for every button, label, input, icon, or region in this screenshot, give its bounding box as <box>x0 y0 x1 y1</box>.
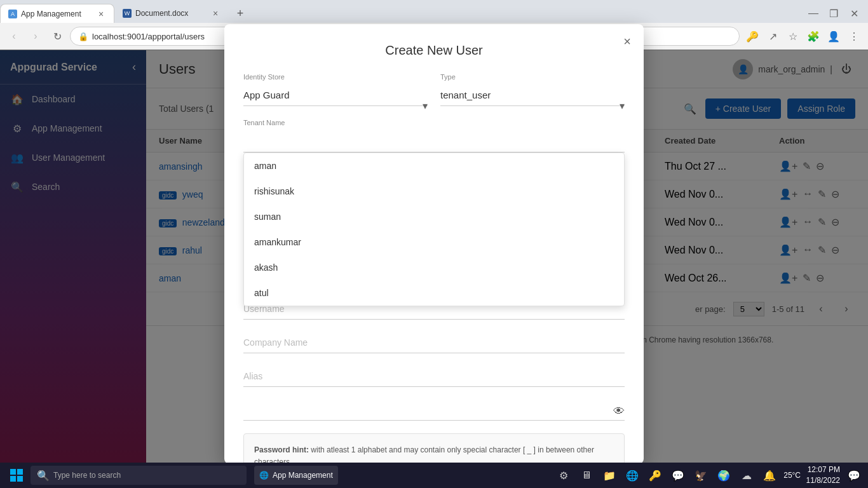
close-button[interactable]: ✕ <box>845 4 863 22</box>
create-user-modal: × Create New User Identity Store App Gua… <box>224 24 644 463</box>
profile-icon[interactable]: 👤 <box>825 27 843 45</box>
new-tab-button[interactable]: + <box>231 4 249 22</box>
minimize-button[interactable]: — <box>804 4 822 22</box>
form-fields-below: 👁 <box>243 299 625 421</box>
taskbar: 🔍 Type here to search 🌐 App Management ⚙… <box>0 463 868 488</box>
key-icon[interactable]: 🔑 <box>743 27 761 45</box>
svg-rect-2 <box>10 476 16 482</box>
taskbar-icon-9[interactable]: ☁ <box>738 466 756 484</box>
notification-icon[interactable]: 💬 <box>845 466 863 484</box>
identity-store-group: Identity Store App Guard ▾ <box>243 73 428 106</box>
taskbar-app-item[interactable]: 🌐 App Management <box>254 466 338 485</box>
taskbar-system-icons: ⚙ 🖥 📁 🌐 🔑 💬 🦅 🌍 ☁ 🔔 25°C 12:07 PM 11/8/2… <box>555 464 863 486</box>
modal-close-button[interactable]: × <box>623 34 631 49</box>
identity-store-select[interactable]: App Guard <box>243 85 428 106</box>
tenant-name-input[interactable] <box>243 132 625 152</box>
taskbar-icon-10[interactable]: 🔔 <box>761 466 778 484</box>
refresh-button[interactable]: ↻ <box>48 27 66 45</box>
star-icon[interactable]: ☆ <box>784 27 802 45</box>
tab-favicon-1: A <box>8 10 17 18</box>
active-tab[interactable]: A App Management × <box>0 4 114 23</box>
taskbar-app-label: App Management <box>273 471 333 480</box>
type-select[interactable]: tenant_user <box>440 85 625 106</box>
alias-input[interactable] <box>243 366 625 387</box>
taskbar-icon-7[interactable]: 🦅 <box>692 466 710 484</box>
taskbar-search-text: Type here to search <box>53 471 121 480</box>
settings-icon[interactable]: ⋮ <box>845 27 863 45</box>
type-label: Type <box>440 73 625 81</box>
tab-close-2[interactable]: × <box>210 8 220 18</box>
taskbar-icon-2[interactable]: 🖥 <box>578 466 595 484</box>
browser-tabs: A App Management × W Document.docx × + —… <box>0 0 868 23</box>
password-hint-label: Password hint: <box>254 445 309 454</box>
alias-group <box>243 366 625 387</box>
eye-icon[interactable]: 👁 <box>613 405 625 418</box>
taskbar-search-box[interactable]: 🔍 Type here to search <box>31 466 247 485</box>
tab-label-1: App Management <box>21 10 81 18</box>
taskbar-icon-8[interactable]: 🌍 <box>715 466 733 484</box>
tenant-name-group: Tenant Name aman rishisunak suman amanku… <box>243 119 625 152</box>
svg-rect-1 <box>17 469 23 475</box>
company-name-group <box>243 332 625 353</box>
type-group: Type tenant_user ▾ <box>440 73 625 106</box>
extension-icon[interactable]: 🧩 <box>804 27 822 45</box>
back-button[interactable]: ‹ <box>5 27 23 45</box>
password-hint-first: Password hint: with atleast 1 alphabet a… <box>254 444 614 463</box>
taskbar-time: 12:07 PM 11/8/2022 <box>806 464 840 486</box>
type-dropdown-wrapper: tenant_user ▾ <box>440 85 625 106</box>
taskbar-icon-6[interactable]: 💬 <box>669 466 687 484</box>
password-hint-box: Password hint: with atleast 1 alphabet a… <box>243 433 625 463</box>
forward-button[interactable]: › <box>27 27 44 45</box>
form-row-identity-type: Identity Store App Guard ▾ Type tenant_u… <box>243 73 625 106</box>
identity-store-dropdown-container: App Guard ▾ <box>243 85 428 106</box>
taskbar-icon-4[interactable]: 🌐 <box>623 466 641 484</box>
svg-rect-3 <box>17 476 23 482</box>
share-icon[interactable]: ↗ <box>764 27 782 45</box>
password-input[interactable] <box>243 400 625 421</box>
tenant-name-label: Tenant Name <box>243 119 625 126</box>
start-button[interactable] <box>5 464 28 487</box>
restore-button[interactable]: ❐ <box>825 4 843 22</box>
tab-label-2: Document.docx <box>135 9 188 18</box>
svg-rect-0 <box>10 469 16 475</box>
address-text: localhost:9001/appportal/users <box>92 32 205 41</box>
dropdown-item-atul[interactable]: atul <box>244 280 624 306</box>
taskbar-search-icon: 🔍 <box>37 470 50 482</box>
taskbar-icon-3[interactable]: 📁 <box>600 466 618 484</box>
company-name-input[interactable] <box>243 332 625 353</box>
tab-favicon-2: W <box>123 9 132 18</box>
modal-title: Create New User <box>243 43 625 58</box>
inactive-tab[interactable]: W Document.docx × <box>114 4 229 23</box>
dropdown-item-amankumar[interactable]: amankumar <box>244 229 624 255</box>
tenant-dropdown-list: aman rishisunak suman amankumar akash at… <box>243 152 625 306</box>
nav-icons: 🔑 ↗ ☆ 🧩 👤 ⋮ <box>743 27 863 45</box>
dropdown-item-rishisunak[interactable]: rishisunak <box>244 179 624 204</box>
taskbar-temperature[interactable]: 25°C <box>783 466 801 484</box>
date-display: 11/8/2022 <box>806 475 840 486</box>
tab-close-1[interactable]: × <box>96 9 106 19</box>
taskbar-icon-1[interactable]: ⚙ <box>555 466 573 484</box>
password-group: 👁 <box>243 400 625 421</box>
dropdown-item-akash[interactable]: akash <box>244 255 624 280</box>
dropdown-item-aman[interactable]: aman <box>244 153 624 179</box>
time-display: 12:07 PM <box>806 464 840 475</box>
dropdown-item-suman[interactable]: suman <box>244 204 624 229</box>
taskbar-icon-5[interactable]: 🔑 <box>646 466 664 484</box>
identity-store-label: Identity Store <box>243 73 428 81</box>
tenant-dropdown-container[interactable]: aman rishisunak suman amankumar akash at… <box>243 132 625 152</box>
